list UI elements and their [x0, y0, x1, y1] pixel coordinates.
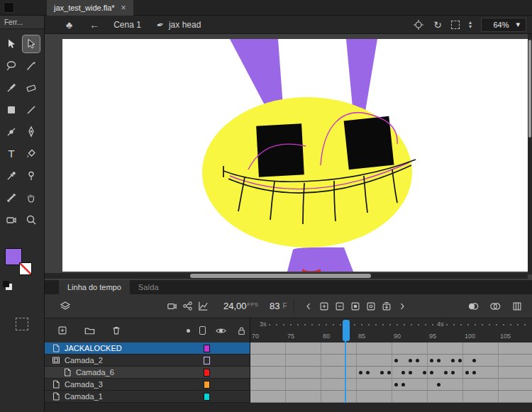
keyframe-dot[interactable]	[380, 371, 384, 374]
onion-skin-outlines-button[interactable]	[487, 299, 503, 314]
layer-row[interactable]: Camada_1	[45, 391, 250, 403]
layer-row[interactable]: Camada_2	[45, 355, 250, 367]
rotate-view-icon[interactable]: ↻	[433, 19, 442, 30]
subselection-tool[interactable]	[23, 35, 40, 52]
keyframe-dot[interactable]	[409, 371, 412, 374]
layer-color-swatch[interactable]	[204, 369, 210, 377]
edit-scene-icon[interactable]: ♣	[66, 19, 72, 30]
lasso-tool[interactable]	[3, 57, 20, 74]
eyedropper-tool[interactable]	[3, 167, 20, 184]
insert-frame-button[interactable]	[316, 299, 332, 314]
vertical-scrollbar-thumb[interactable]	[528, 40, 531, 138]
onion-skin-button[interactable]	[465, 299, 481, 314]
layer-color-swatch[interactable]	[204, 381, 210, 389]
playhead-line[interactable]	[345, 331, 346, 403]
selection-tool[interactable]	[3, 35, 20, 52]
keyframe-dot[interactable]	[401, 371, 405, 374]
symbol-breadcrumb[interactable]: jax head	[169, 20, 201, 30]
asset-warp-tool[interactable]	[23, 167, 40, 184]
keyframe-dot[interactable]	[387, 371, 391, 374]
keyframe-dot[interactable]	[472, 371, 476, 374]
next-frame-button[interactable]	[394, 299, 410, 314]
tab-output[interactable]: Saída	[130, 280, 167, 294]
paint-bucket-tool[interactable]	[23, 145, 40, 162]
layer-row[interactable]: JACKALOCKED	[45, 343, 250, 355]
timeline-columns-button[interactable]	[509, 299, 525, 314]
eye-icon[interactable]	[215, 325, 227, 337]
current-frame-control[interactable]: 83 F	[270, 301, 287, 311]
keyframe-dot[interactable]	[423, 371, 426, 374]
keyframe-dot[interactable]	[416, 359, 419, 362]
keyframe-dot[interactable]	[394, 383, 398, 386]
new-layer-button[interactable]	[55, 323, 70, 338]
back-arrow-icon[interactable]: ←	[89, 19, 99, 30]
insert-keyframe-button[interactable]	[348, 299, 363, 314]
scene-breadcrumb[interactable]: Cena 1	[113, 20, 141, 30]
horizontal-scrollbar[interactable]	[45, 273, 528, 279]
auto-keyframe-button[interactable]	[379, 299, 394, 314]
playhead-handle[interactable]	[343, 320, 350, 341]
delete-layer-button[interactable]	[109, 323, 124, 338]
layer-frames-row[interactable]	[250, 355, 532, 367]
tool-option-marquee-icon[interactable]	[16, 318, 28, 330]
layer-color-swatch[interactable]	[204, 345, 210, 352]
pen-tool[interactable]	[23, 123, 40, 140]
layer-frames-row[interactable]	[250, 379, 532, 391]
keyframe-dot[interactable]	[451, 371, 455, 374]
insert-blank-keyframe-button[interactable]	[363, 299, 379, 314]
zoom-tool[interactable]	[23, 211, 40, 228]
lock-icon[interactable]	[236, 325, 247, 336]
bone-tool[interactable]	[3, 189, 20, 206]
hand-tool[interactable]	[23, 189, 40, 206]
zoom-level-select[interactable]: 64% ▾	[481, 18, 526, 32]
highlight-column-icon[interactable]	[187, 329, 190, 333]
layer-color-swatch[interactable]	[204, 393, 210, 401]
default-colors-icon[interactable]	[3, 281, 9, 287]
node-view-button[interactable]	[179, 299, 195, 314]
pasteboard[interactable]	[45, 34, 532, 280]
keyframe-dot[interactable]	[394, 359, 398, 362]
fluid-brush-tool[interactable]	[23, 57, 40, 74]
stroke-color-swatch[interactable]	[19, 262, 32, 275]
keyframe-dot[interactable]	[458, 359, 462, 362]
line-tool[interactable]	[23, 101, 40, 118]
fps-control[interactable]: 24,00 FPS	[223, 301, 258, 311]
zoom-stepper[interactable]: ▴ ▾	[469, 21, 472, 29]
timeline-ruler[interactable]: 3s4s 707580859095100105	[250, 318, 532, 343]
frames-grid[interactable]	[250, 343, 532, 403]
onion-marker-column-icon[interactable]	[199, 326, 206, 335]
keyframe-dot[interactable]	[472, 359, 476, 362]
layer-frames-row[interactable]	[250, 343, 532, 355]
layer-view-button[interactable]	[57, 299, 73, 314]
width-tool[interactable]	[3, 123, 20, 140]
keyframe-dot[interactable]	[430, 359, 433, 362]
text-tool[interactable]: T	[3, 145, 20, 162]
layer-frames-row[interactable]	[250, 391, 532, 403]
keyframe-dot[interactable]	[359, 371, 362, 374]
horizontal-scrollbar-thumb[interactable]	[190, 274, 371, 278]
camera-tool[interactable]	[3, 211, 20, 228]
keyframe-dot[interactable]	[437, 359, 440, 362]
vertical-scrollbar[interactable]	[528, 34, 532, 274]
tools-panel-header[interactable]: Ferr...	[0, 16, 44, 29]
keyframe-dot[interactable]	[409, 359, 412, 362]
clip-content-icon[interactable]	[451, 21, 460, 29]
new-folder-button[interactable]	[82, 323, 97, 338]
layer-row[interactable]: Camada_6	[45, 367, 250, 379]
zoom-step-down-icon[interactable]: ▾	[469, 25, 472, 29]
graph-editor-button[interactable]	[195, 299, 211, 314]
keyframe-dot[interactable]	[437, 383, 440, 386]
eraser-tool[interactable]	[23, 79, 40, 96]
layer-row[interactable]: Camada_3	[45, 379, 250, 391]
keyframe-dot[interactable]	[444, 371, 448, 374]
stage[interactable]	[62, 39, 528, 272]
keyframe-dot[interactable]	[430, 371, 433, 374]
previous-frame-button[interactable]	[301, 299, 316, 314]
layer-color-swatch[interactable]	[204, 357, 210, 364]
keyframe-dot[interactable]	[465, 371, 469, 374]
keyframe-dot[interactable]	[401, 383, 405, 386]
classic-brush-tool[interactable]	[3, 79, 20, 96]
remove-frame-button[interactable]	[332, 299, 348, 314]
rectangle-tool[interactable]	[3, 101, 20, 118]
layer-frames-row[interactable]	[250, 367, 532, 379]
